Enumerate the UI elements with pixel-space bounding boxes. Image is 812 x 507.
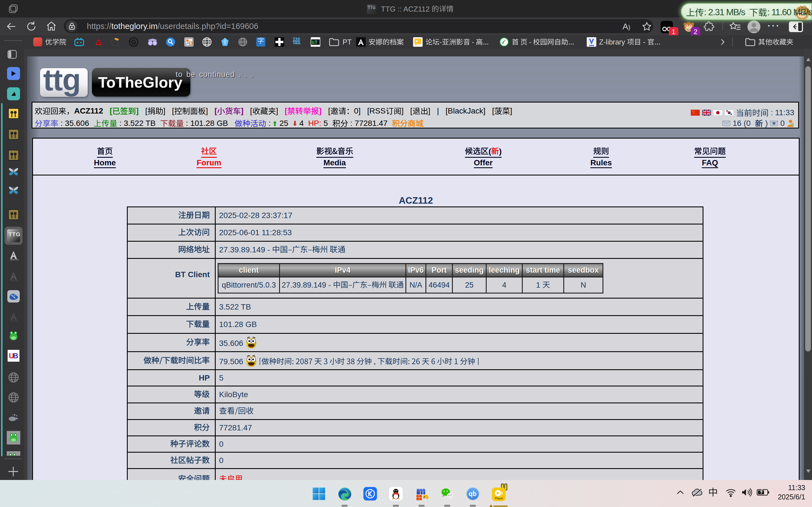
svg-text:UDIENCES: UDIENCES [10,280,18,281]
svg-text:UDIENCES: UDIENCES [10,320,18,322]
svg-text:UDIENCES: UDIENCES [10,259,18,261]
svg-text:qb: qb [469,490,476,497]
svg-text:T: T [315,40,317,45]
svg-text:b: b [312,40,315,45]
svg-text:Player: Player [495,497,503,500]
